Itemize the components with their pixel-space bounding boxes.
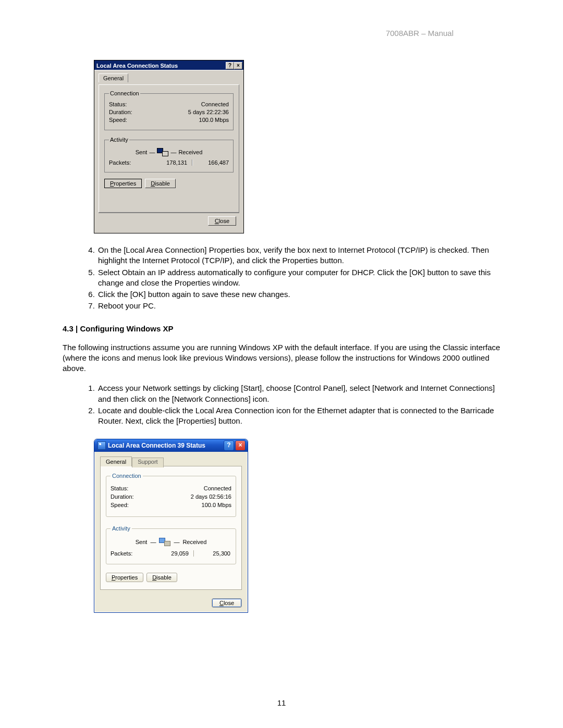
val-speed: 100.0 Mbps: [202, 502, 231, 508]
step-item: Select Obtain an IP address automaticall…: [97, 267, 500, 289]
dialog-win2000-lac-status: Local Area Connection Status ? × General…: [94, 60, 244, 233]
network-computers-icon: [157, 148, 168, 156]
dash-icon: —: [174, 539, 179, 545]
close-button[interactable]: ×: [234, 62, 242, 69]
step-item: Access your Network settings by clicking…: [97, 383, 500, 404]
properties-button[interactable]: PPropertiesroperties: [104, 179, 142, 188]
disable-button[interactable]: DisableDisable: [146, 573, 177, 582]
lbl-status: Status:: [111, 485, 128, 491]
help-button[interactable]: ?: [226, 62, 234, 69]
dash-icon: —: [170, 149, 176, 155]
section-intro: The following instructions assume you ar…: [63, 342, 500, 374]
val-duration: 5 days 22:22:36: [188, 109, 229, 115]
step-item: Reboot your PC.: [97, 301, 500, 311]
tab-support[interactable]: Support: [132, 458, 164, 467]
lbl-sent: Sent: [136, 539, 148, 545]
divider-icon: [193, 550, 194, 557]
lbl-speed: Speed:: [111, 502, 129, 508]
group-activity-legend: Activity: [109, 137, 129, 143]
val-duration: 2 days 02:56:16: [191, 493, 231, 500]
lbl-duration: Duration:: [109, 109, 132, 115]
help-button[interactable]: ?: [224, 440, 234, 451]
titlebar: Local Area Connection 39 Status ? ×: [94, 439, 248, 452]
group-activity: Activity Sent — — Received Packets: 29,0…: [106, 525, 236, 564]
group-connection-legend: Connection: [109, 90, 140, 96]
group-connection-legend: Connection: [111, 473, 143, 479]
page-number: 11: [0, 698, 563, 707]
lbl-received: Received: [178, 149, 202, 155]
group-connection: Connection Status: Connected Duration: 5…: [104, 90, 234, 130]
close-button[interactable]: CloseClose: [212, 598, 242, 608]
group-connection: Connection Status:Connected Duration:2 d…: [106, 473, 236, 517]
val-status: Connected: [201, 101, 229, 107]
disable-button[interactable]: DisableDisable: [145, 179, 176, 188]
lbl-received: Received: [182, 539, 206, 545]
lbl-packets: Packets:: [111, 550, 152, 558]
dash-icon: —: [150, 539, 156, 545]
lbl-status: Status:: [109, 101, 127, 107]
network-computers-icon: [159, 538, 170, 546]
step-item: On the [Local Area Connection] Propertie…: [97, 245, 500, 266]
tab-general[interactable]: General: [99, 73, 128, 82]
val-packets-sent: 29,059: [152, 550, 189, 558]
lbl-sent: Sent: [136, 149, 148, 155]
val-packets-sent: 178,131: [151, 159, 187, 167]
val-packets-recv: 25,300: [199, 550, 230, 558]
tab-general[interactable]: General: [100, 456, 132, 466]
val-status: Connected: [204, 485, 231, 491]
close-button[interactable]: CloseClose: [208, 216, 236, 226]
connection-icon: [97, 441, 106, 450]
close-button[interactable]: ×: [235, 440, 246, 451]
divider-icon: [192, 159, 193, 166]
group-activity-legend: Activity: [111, 525, 132, 532]
step-item: Click the [OK] button again to save thes…: [97, 289, 500, 300]
lbl-speed: Speed:: [109, 117, 127, 123]
group-activity: Activity Sent — — Received Packets: 178,…: [104, 137, 234, 172]
step-item: Locate and double-click the Local Area C…: [97, 405, 500, 427]
window-title: Local Area Connection 39 Status: [108, 442, 205, 449]
dash-icon: —: [149, 149, 155, 155]
val-packets-recv: 166,487: [198, 159, 229, 167]
dialog-winxp-lac-status: Local Area Connection 39 Status ? × Gene…: [94, 439, 248, 613]
ordered-list-steps-2000: On the [Local Area Connection] Propertie…: [63, 245, 500, 312]
lbl-packets: Packets:: [109, 159, 151, 167]
val-speed: 100.0 Mbps: [199, 117, 229, 123]
properties-button[interactable]: PropertiesProperties: [106, 573, 143, 582]
lbl-duration: Duration:: [111, 493, 134, 500]
titlebar: Local Area Connection Status ? ×: [94, 60, 243, 70]
section-heading: 4.3 | Configuring Windows XP: [63, 324, 500, 333]
ordered-list-steps-xp: Access your Network settings by clicking…: [63, 383, 500, 426]
doc-header: 7008ABR – Manual: [386, 29, 454, 38]
window-title: Local Area Connection Status: [96, 63, 178, 69]
